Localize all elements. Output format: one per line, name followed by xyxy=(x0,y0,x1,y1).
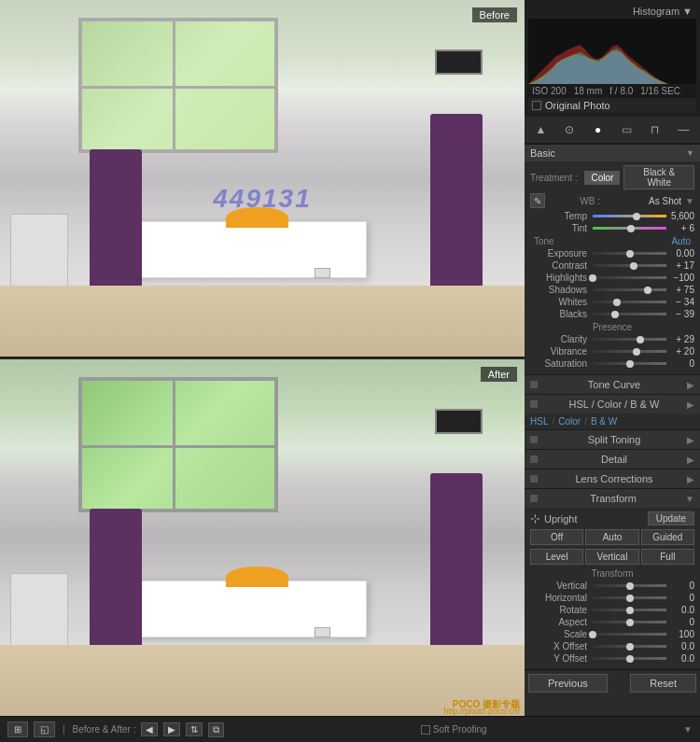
off-btn[interactable]: Off xyxy=(530,529,583,545)
clarity-track[interactable] xyxy=(593,338,666,341)
split-toning-section: Split Toning ▶ xyxy=(525,429,700,449)
shadows-value: + 75 xyxy=(668,285,694,295)
highlights-thumb[interactable] xyxy=(589,274,596,282)
toolbar-icon2-btn[interactable]: ◱ xyxy=(34,721,55,737)
color-item[interactable]: Color xyxy=(558,416,581,427)
shadows-slider-row: Shadows + 75 xyxy=(530,285,694,295)
wb-value: As Shot xyxy=(604,196,681,206)
guided-btn[interactable]: Guided xyxy=(641,529,694,545)
aspect-slider-row: Aspect 0 xyxy=(530,617,694,627)
hsl-title: HSL / Color / B & W xyxy=(569,399,660,410)
vibrance-thumb[interactable] xyxy=(633,348,640,356)
vibrance-track[interactable] xyxy=(593,350,666,353)
develop-tool-icon[interactable]: ● xyxy=(589,120,608,139)
original-photo-label: Original Photo xyxy=(545,100,610,111)
nav-left-btn[interactable]: ◀ xyxy=(141,722,158,736)
nav-right-btn[interactable]: ▶ xyxy=(163,722,180,736)
clarity-thumb[interactable] xyxy=(637,336,644,343)
rotate-thumb[interactable] xyxy=(626,607,634,614)
rotate-slider-row: Rotate 0.0 xyxy=(530,605,694,615)
blacks-thumb[interactable] xyxy=(611,311,619,318)
vertical-track[interactable] xyxy=(593,584,666,587)
hsl-side-icon xyxy=(530,400,538,408)
contrast-thumb[interactable] xyxy=(630,262,637,270)
iso-value: ISO 200 xyxy=(532,86,567,96)
clarity-label: Clarity xyxy=(530,334,591,344)
eyedrop-icon[interactable]: ✎ xyxy=(530,193,545,208)
highlights-slider-row: Highlights −100 xyxy=(530,273,694,283)
vertical-btn[interactable]: Vertical xyxy=(585,549,638,565)
crop-tool-icon[interactable]: ⊙ xyxy=(560,120,579,139)
aspect-track[interactable] xyxy=(593,621,666,623)
preset-tool-icon[interactable]: — xyxy=(675,120,693,139)
whites-track[interactable] xyxy=(593,301,666,303)
hsl-row: HSL / Color / B & W xyxy=(525,413,700,429)
aspect-value: 0 xyxy=(668,617,694,627)
bw-item[interactable]: B & W xyxy=(591,416,617,427)
horizontal-thumb[interactable] xyxy=(626,595,634,602)
highlights-value: −100 xyxy=(668,273,694,283)
contrast-value: + 17 xyxy=(668,260,694,271)
highlights-track[interactable] xyxy=(593,276,666,279)
aspect-thumb[interactable] xyxy=(626,619,634,626)
previous-btn[interactable]: Previous xyxy=(528,674,608,693)
adjust-tool-icon[interactable]: ⊓ xyxy=(646,120,665,139)
nav-swap-btn[interactable]: ⇅ xyxy=(186,722,203,736)
whites-thumb[interactable] xyxy=(613,299,621,306)
original-photo-checkbox[interactable] xyxy=(532,101,541,110)
exposure-label: Exposure xyxy=(530,248,591,259)
reset-btn[interactable]: Reset xyxy=(630,674,696,693)
histogram-tool-icon[interactable]: ▲ xyxy=(531,120,550,139)
tone-curve-title: Tone Curve xyxy=(588,379,640,390)
exposure-thumb[interactable] xyxy=(626,250,634,258)
scale-track[interactable] xyxy=(593,633,666,636)
exposure-track[interactable] xyxy=(593,252,666,255)
auto-btn-upright[interactable]: Auto xyxy=(585,529,638,545)
contrast-track[interactable] xyxy=(593,264,666,267)
auto-btn[interactable]: Auto xyxy=(671,236,691,246)
whites-value: − 34 xyxy=(668,297,694,307)
color-treatment-btn[interactable]: Color xyxy=(584,171,620,185)
wb-dropdown-arrow[interactable]: ▼ xyxy=(685,196,694,206)
full-btn[interactable]: Full xyxy=(641,549,694,565)
soft-proof-checkbox[interactable] xyxy=(421,725,430,735)
bw-treatment-btn[interactable]: Black & White xyxy=(623,165,694,189)
saturation-slider-row: Saturation 0 xyxy=(530,358,694,369)
xoffset-track[interactable] xyxy=(593,645,666,648)
tint-track[interactable] xyxy=(593,227,666,230)
split-toning-header[interactable]: Split Toning ▶ xyxy=(525,430,700,449)
yoffset-track[interactable] xyxy=(593,657,666,660)
update-btn[interactable]: Update xyxy=(648,511,694,525)
toolbar-icon1-btn[interactable]: ⊞ xyxy=(7,721,28,737)
level-btn[interactable]: Level xyxy=(530,549,583,565)
xoffset-thumb[interactable] xyxy=(626,643,634,651)
saturation-value: 0 xyxy=(668,358,694,369)
nav-copy-btn[interactable]: ⧉ xyxy=(208,722,224,737)
rotate-value: 0.0 xyxy=(668,605,694,615)
hsl-header[interactable]: HSL / Color / B & W ▶ xyxy=(525,395,700,413)
shadows-thumb[interactable] xyxy=(644,287,651,294)
saturation-thumb[interactable] xyxy=(626,360,634,368)
detail-header[interactable]: Detail ▶ xyxy=(525,450,700,469)
hsl-item[interactable]: HSL xyxy=(530,416,548,427)
rect-tool-icon[interactable]: ▭ xyxy=(617,120,636,139)
lens-corrections-header[interactable]: Lens Corrections ▶ xyxy=(525,469,700,488)
blacks-track[interactable] xyxy=(593,313,666,315)
temp-thumb[interactable] xyxy=(633,213,640,220)
shadows-track[interactable] xyxy=(593,288,666,291)
vertical-thumb[interactable] xyxy=(626,582,634,590)
yoffset-thumb[interactable] xyxy=(626,655,634,663)
temp-track[interactable] xyxy=(593,215,666,217)
original-photo-row: Original Photo xyxy=(528,98,696,113)
basic-section-header[interactable]: Basic ▼ xyxy=(525,144,700,161)
transform-header[interactable]: Transform ▼ xyxy=(525,489,700,508)
rotate-track[interactable] xyxy=(593,609,666,611)
hsl-section: HSL / Color / B & W ▶ HSL / Color / B & … xyxy=(525,394,700,429)
tone-curve-header[interactable]: Tone Curve ▶ xyxy=(525,375,700,394)
bottom-dropdown[interactable]: ▼ xyxy=(683,724,693,735)
saturation-track[interactable] xyxy=(593,362,666,365)
tint-thumb[interactable] xyxy=(627,225,635,232)
scale-thumb[interactable] xyxy=(589,631,596,638)
horizontal-track[interactable] xyxy=(593,596,666,599)
aspect-slider-label: Aspect xyxy=(530,617,591,627)
